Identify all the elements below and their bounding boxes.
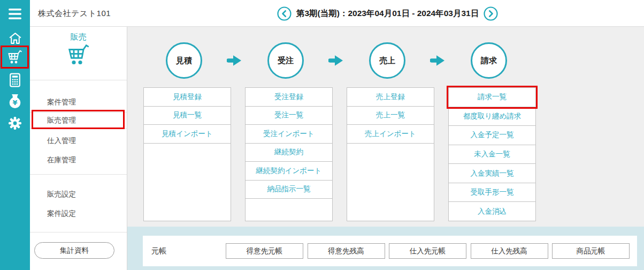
money-bag-icon[interactable]: ¥ <box>0 93 30 109</box>
app-icon-rail: ¥ <box>0 0 30 270</box>
company-name: 株式会社テスト101 <box>38 0 111 27</box>
ledger-buttons: 得意先元帳得意先残高仕入先元帳仕入先残高商品元帳 <box>226 243 630 259</box>
arrow-right-icon <box>227 54 244 68</box>
arrow-right-icon <box>430 54 447 68</box>
flow-button[interactable]: 未入金一覧 <box>448 145 536 164</box>
flow-column: 受注登録受注一覧受注インポート継続契約継続契約インポート納品指示一覧 <box>245 87 333 221</box>
flow-column: 売上登録売上一覧売上インポート <box>347 87 434 221</box>
flow-button[interactable]: 見積インポート <box>143 124 231 144</box>
flow-button[interactable]: 入金予定一覧 <box>448 125 536 145</box>
empty-cell <box>347 143 434 222</box>
ledger-button[interactable]: 仕入先元帳 <box>389 243 466 259</box>
ledger-button[interactable]: 得意先残高 <box>308 243 385 259</box>
flow-column: 見積登録見積一覧見積インポート <box>143 87 231 221</box>
svg-text:¥: ¥ <box>13 99 18 107</box>
arrow-right-icon <box>328 54 346 68</box>
ledger-button[interactable]: 商品元帳 <box>552 243 630 259</box>
ledger-button[interactable]: 仕入先残高 <box>471 243 548 259</box>
flow-button[interactable]: 売上インポート <box>347 124 434 144</box>
flow-button[interactable]: 売上登録 <box>347 87 434 107</box>
sidebar-item-zaiko-kanri[interactable]: 在庫管理 <box>30 151 127 170</box>
app-window: 株式会社テスト101 第3期(当期)：2023年04月01日 - 2024年03… <box>0 0 644 270</box>
flow-button[interactable]: 請求一覧 <box>448 87 536 107</box>
flow-step-mitsumori: 見積 <box>166 42 202 79</box>
flow-button[interactable]: 受注登録 <box>245 87 333 107</box>
flow-step-seikyu: 請求 <box>471 42 507 79</box>
sidebar-item-anken-kanri[interactable]: 案件管理 <box>30 93 127 112</box>
sidebar-item-anken-settei[interactable]: 案件設定 <box>30 204 127 223</box>
module-title: 販売 <box>30 32 127 42</box>
flow-button[interactable]: 入金消込 <box>448 201 536 221</box>
ledger-panel: 元帳 得意先元帳得意先残高仕入先元帳仕入先残高商品元帳 <box>143 236 637 266</box>
cart-icon <box>30 44 127 66</box>
sidebar-divider <box>30 80 127 80</box>
calculator-icon[interactable] <box>0 72 30 88</box>
flow-button[interactable]: 売上一覧 <box>347 106 434 125</box>
ledger-band: 元帳 得意先元帳得意先残高仕入先元帳仕入先残高商品元帳 <box>127 227 644 270</box>
empty-cell <box>143 143 231 222</box>
ledger-label: 元帳 <box>151 236 166 266</box>
flow-column: 請求一覧都度取り纏め請求入金予定一覧未入金一覧入金実績一覧受取手形一覧入金消込 <box>448 87 536 221</box>
flow-step-juchu: 受注 <box>267 42 304 79</box>
sidebar-item-hanbai-kanri[interactable]: 販売管理 <box>30 112 127 129</box>
sidebar-item-shiire-kanri[interactable]: 仕入管理 <box>30 131 127 151</box>
home-icon[interactable] <box>0 31 30 46</box>
sidebar-divider <box>30 232 127 232</box>
flow-button[interactable]: 見積一覧 <box>143 106 231 125</box>
summary-report-button[interactable]: 集計資料 <box>34 242 114 259</box>
chevron-right-icon[interactable] <box>484 6 498 21</box>
cart-icon[interactable] <box>0 49 30 66</box>
flow-step-uriage: 売上 <box>369 42 405 79</box>
flow-button[interactable]: 見積登録 <box>143 87 231 107</box>
ledger-button[interactable]: 得意先元帳 <box>226 243 303 259</box>
gear-icon[interactable] <box>0 115 30 131</box>
fiscal-period-label: 第3期(当期)：2023年04月01日 - 2024年03月31日 <box>296 8 479 19</box>
menu-icon[interactable] <box>0 6 30 21</box>
fiscal-period-selector: 第3期(当期)：2023年04月01日 - 2024年03月31日 <box>277 0 498 27</box>
empty-cell <box>245 198 333 221</box>
sidebar-divider <box>30 174 127 175</box>
flow-button[interactable]: 納品指示一覧 <box>245 180 333 199</box>
flow-button[interactable]: 受注インポート <box>245 124 333 144</box>
flow-button[interactable]: 受取手形一覧 <box>448 183 536 202</box>
flow-button[interactable]: 継続契約インポート <box>245 161 333 181</box>
sidebar: 販売 案件管理 販売管理 仕入管理 在庫管理 販売設定 案件設定 集計資料 <box>30 27 127 270</box>
sidebar-item-hanbai-settei[interactable]: 販売設定 <box>30 185 127 204</box>
flow-button[interactable]: 入金実績一覧 <box>448 163 536 183</box>
flow-button[interactable]: 継続契約 <box>245 143 333 162</box>
chevron-left-icon[interactable] <box>277 6 292 21</box>
flow-button[interactable]: 受注一覧 <box>245 106 333 125</box>
flow-button[interactable]: 都度取り纏め請求 <box>448 107 536 126</box>
